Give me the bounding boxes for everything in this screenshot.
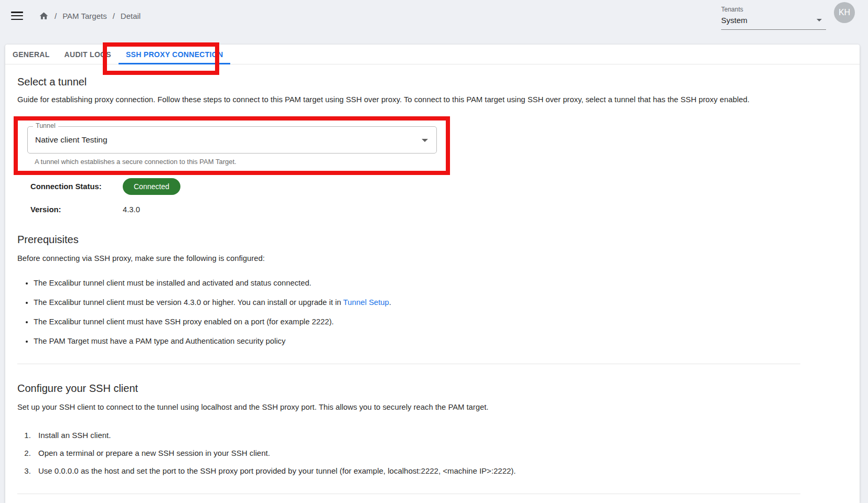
tab-ssh-proxy-connection[interactable]: SSH PROXY CONNECTION — [119, 45, 230, 64]
tenants-select[interactable]: Tenants System — [721, 2, 826, 30]
list-item: The Excalibur tunnel client must be vers… — [34, 298, 848, 308]
section-divider — [17, 494, 800, 494]
configure-steps-list: Install an SSH client. Open a terminal o… — [17, 430, 848, 476]
header-right: Tenants System KH — [721, 2, 855, 30]
section-divider — [17, 364, 800, 364]
status-badge: Connected — [123, 178, 180, 195]
tunnel-field-wrap: Tunnel Native client Testing A tunnel wh… — [27, 126, 437, 166]
version-value: 4.3.0 — [123, 205, 140, 214]
tunnel-select-label: Tunnel — [33, 122, 58, 129]
breadcrumb-separator: / — [113, 12, 115, 20]
tab-general[interactable]: GENERAL — [5, 45, 57, 64]
breadcrumb-item-detail: Detail — [121, 12, 141, 20]
prerequisites-list: The Excalibur tunnel client must be inst… — [17, 278, 848, 346]
breadcrumb-separator: / — [55, 12, 57, 20]
connection-status-row: Connection Status: Connected — [30, 178, 848, 195]
list-item: Install an SSH client. — [33, 430, 848, 440]
tenants-label: Tenants — [721, 6, 826, 13]
list-item: Open a terminal or prepare a new SSH ses… — [33, 448, 848, 458]
chevron-down-icon — [817, 19, 822, 21]
hamburger-menu-icon[interactable] — [11, 12, 23, 20]
prerequisites-intro: Before connecting via SSH proxy, make su… — [17, 254, 848, 264]
list-item: The Excalibur tunnel client must have SS… — [34, 317, 848, 327]
tab-audit-logs[interactable]: AUDIT LOGS — [57, 45, 119, 64]
home-icon[interactable] — [39, 11, 49, 21]
select-tunnel-description: Guide for establishing proxy connection.… — [17, 95, 848, 105]
select-tunnel-title: Select a tunnel — [17, 76, 848, 88]
tunnel-select[interactable]: Tunnel Native client Testing — [27, 126, 437, 154]
tab-bar: GENERAL AUDIT LOGS SSH PROXY CONNECTION — [5, 45, 860, 64]
detail-card: GENERAL AUDIT LOGS SSH PROXY CONNECTION … — [5, 45, 860, 503]
tunnel-setup-link[interactable]: Tunnel Setup — [343, 298, 389, 307]
breadcrumb: / PAM Targets / Detail — [39, 11, 141, 21]
tenants-value: System — [721, 16, 747, 25]
version-label: Version: — [30, 205, 123, 214]
connection-status-label: Connection Status: — [30, 182, 123, 191]
configure-ssh-intro: Set up your SSH client to connect to the… — [17, 402, 848, 412]
tunnel-select-value: Native client Testing — [35, 135, 108, 145]
tab-content: Select a tunnel Guide for establishing p… — [5, 64, 860, 494]
list-item: Use 0.0.0.0 as the host and set the port… — [33, 466, 848, 476]
app-header: / PAM Targets / Detail Tenants System KH — [0, 0, 868, 31]
tunnel-helper-text: A tunnel which establishes a secure conn… — [35, 158, 437, 166]
breadcrumb-item-pam-targets[interactable]: PAM Targets — [62, 12, 106, 20]
list-item: The Excalibur tunnel client must be inst… — [34, 278, 848, 288]
list-item: The PAM Target must have a PAM type and … — [34, 336, 848, 346]
version-row: Version: 4.3.0 — [30, 205, 848, 214]
avatar[interactable]: KH — [834, 2, 855, 23]
prerequisites-title: Prerequisites — [17, 234, 848, 246]
dropdown-arrow-icon — [422, 139, 428, 142]
configure-ssh-title: Configure your SSH client — [17, 382, 848, 395]
